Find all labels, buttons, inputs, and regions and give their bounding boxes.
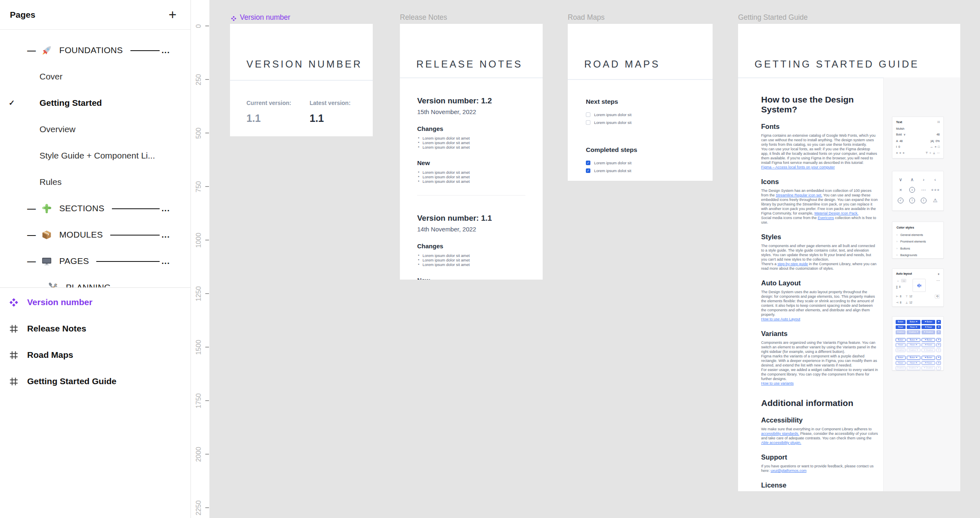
- frame-version-number[interactable]: VERSION NUMBER Current version: 1.1 Late…: [230, 24, 373, 136]
- checklist-item-label: Lorem ipsum dolor sit: [594, 112, 632, 117]
- layer-item-version-number[interactable]: Version number: [0, 289, 190, 315]
- text-link[interactable]: Able accessibility plugin.: [761, 441, 801, 445]
- variant-row: HoverHover ⚑⚑ Hover⚑: [896, 343, 940, 347]
- color-style-label: Buttons: [900, 247, 910, 250]
- variant-button: ⚑ Disabled: [922, 366, 935, 370]
- bullet-item: Lorem ipsum dolor sit amet: [417, 145, 525, 149]
- text-panel-cell: ⊤ ÷ ⊥ ⋯: [925, 152, 940, 155]
- frame-road-maps[interactable]: ROAD MAPS Next stepsLorem ipsum dolor si…: [568, 24, 713, 181]
- current-version-label: Current version:: [246, 100, 310, 106]
- sidebar-item-rules[interactable]: Rules: [0, 169, 190, 195]
- variant-row: DisabledDisabled ⚑⚑ Disabled⚑: [896, 330, 940, 334]
- section-divider-line: [118, 287, 160, 288]
- section-heading-fonts: Fonts: [761, 123, 882, 131]
- checkbox-checked[interactable]: ✓: [586, 168, 590, 173]
- frame-label-road-maps[interactable]: Road Maps: [568, 13, 605, 22]
- paragraph: If you have questions or want to provide…: [761, 464, 878, 473]
- text-panel-title: Text: [896, 120, 902, 124]
- tools-icon: [48, 282, 58, 288]
- text-link[interactable]: Material Design Icon Pack.: [814, 211, 858, 215]
- sidebar-item-label: MODULES: [59, 230, 103, 240]
- checkbox[interactable]: [586, 112, 590, 117]
- text-panel-row: ≡ ≡ ≡⊤ ÷ ⊥ ⋯: [896, 152, 940, 155]
- frame-label-getting-started-guide[interactable]: Getting Started Guide: [738, 13, 808, 22]
- frame-label-release-notes[interactable]: Release Notes: [400, 13, 447, 22]
- checkbox-checked[interactable]: ✓: [586, 161, 590, 165]
- layers-list: Version numberRelease NotesRoad MapsGett…: [0, 289, 190, 394]
- frame-release-notes[interactable]: RELEASE NOTES Version number: 1.215th No…: [400, 24, 543, 280]
- sidebar-item-cover[interactable]: Cover: [0, 63, 190, 90]
- color-style-label: Backgrounds: [900, 254, 917, 257]
- frame-label-version-number[interactable]: Version number: [231, 13, 290, 22]
- bullet-item: Lorem ipsum dolor sit amet: [417, 140, 525, 145]
- variant-row: ButtonButton ⚑⚑ Button⚑: [896, 338, 940, 342]
- variant-button: ⚑: [936, 343, 941, 347]
- glyph-icon: +: [909, 187, 915, 193]
- spacing-value: ][ 8: [896, 285, 910, 288]
- text-link[interactable]: Figma – Access local fonts on your compu…: [761, 165, 835, 169]
- text-link[interactable]: Evericons: [818, 216, 834, 220]
- ruler-label: 1250: [195, 286, 202, 302]
- variant-button: Hover ⚑: [907, 361, 920, 365]
- sidebar-item-planning[interactable]: -----PLANNING...: [0, 274, 190, 288]
- section-heading-auto-layout: Auto Layout: [761, 279, 882, 287]
- paragraph: Social media icons come from the Everico…: [761, 216, 878, 225]
- layer-item-road-maps[interactable]: Road Maps: [0, 342, 190, 368]
- text-link[interactable]: Streamline Regular icon set.: [776, 193, 822, 197]
- checkbox[interactable]: [586, 120, 590, 125]
- overflow-menu-icon: ⋯: [936, 279, 940, 292]
- bullet-item: Lorem ipsum dolor sit amet: [417, 179, 525, 184]
- ruler-label: 500: [195, 125, 202, 142]
- text-link[interactable]: step-by-step guide: [778, 262, 808, 266]
- roadmap-group-title: Completed steps: [586, 146, 694, 154]
- release-group-title: Changes: [417, 125, 525, 132]
- sidebar-item-getting-started[interactable]: ✓Getting Started: [0, 90, 190, 116]
- bullet-item: Lorem ipsum dolor sit amet: [417, 170, 525, 175]
- text-link[interactable]: How to use Auto Layout: [761, 317, 800, 321]
- layer-item-label: Getting Started Guide: [27, 376, 116, 386]
- variant-group: ButtonButton ⚑⚑ Button⚑HoverHover ⚑⚑ Hov…: [896, 338, 940, 352]
- sidebar-item-overview[interactable]: Overview: [0, 116, 190, 142]
- variant-row: DisabledDisabled ⚑⚑ Disabled⚑: [896, 366, 940, 370]
- sidebar-item-label: SECTIONS: [59, 203, 105, 213]
- component-icon: [231, 15, 237, 21]
- ruler-tick: [205, 507, 209, 508]
- frame-header: ROAD MAPS: [568, 24, 713, 80]
- icons-grid: ∨∧›‹×+⋯∘∘∘✓!i⚠: [895, 175, 941, 203]
- section-prefix: -----: [27, 282, 42, 288]
- sidebar-item-pages[interactable]: —PAGES...: [0, 248, 190, 274]
- auto-layout-left: ↓→][ 8: [896, 279, 910, 292]
- text-link[interactable]: accessibility standards.: [761, 432, 799, 436]
- pages-panel-title: Pages: [10, 10, 35, 20]
- layer-item-getting-started-guide[interactable]: Getting Started Guide: [0, 368, 190, 394]
- canvas-ruler: 0250500750100012501500175020002250: [191, 0, 209, 518]
- variant-button: Disabled ⚑: [907, 330, 920, 334]
- sidebar-item-modules[interactable]: —MODULES...: [0, 222, 190, 248]
- sidebar-item-label: Rules: [39, 177, 62, 187]
- text-panel-row: Bold ∨48: [896, 133, 940, 136]
- ruler-label: 250: [195, 72, 202, 88]
- variants-preview-panel: ButtonButton ⚑⚑ Button⚑HoverHover ⚑⚑ Hov…: [892, 316, 944, 371]
- sidebar-item-foundations[interactable]: —FOUNDATIONS...: [0, 37, 190, 63]
- release-version-heading: Version number: 1.2: [417, 96, 525, 105]
- frame-header: GETTING STARTED GUIDE: [738, 24, 960, 78]
- sidebar-item-sections[interactable]: —SECTIONS...: [0, 195, 190, 222]
- variant-button: ⚑: [936, 366, 941, 370]
- layer-item-release-notes[interactable]: Release Notes: [0, 315, 190, 342]
- canvas[interactable]: Version number Release Notes Road Maps G…: [209, 0, 980, 518]
- text-link[interactable]: How to use variants: [761, 381, 794, 385]
- add-page-button[interactable]: +: [169, 8, 176, 21]
- plus-icon: +: [938, 272, 940, 276]
- direction-down-icon: ↓: [896, 279, 900, 282]
- text-link[interactable]: uxui@platformos.com: [771, 469, 806, 473]
- version-columns: Current version: 1.1 Latest version: 1.1: [230, 100, 373, 124]
- paragraph: How to use variants: [761, 381, 878, 386]
- sidebar-item-style-guide-component-li[interactable]: Style Guide + Component Li...: [0, 142, 190, 169]
- frame-title: GETTING STARTED GUIDE: [755, 58, 960, 70]
- color-style-label: General elements: [900, 233, 923, 236]
- bullet-item: Lorem ipsum dolor sit amet: [417, 136, 525, 140]
- frame-getting-started-guide[interactable]: GETTING STARTED GUIDE How to use the Des…: [738, 24, 960, 491]
- ruler-tick: [205, 133, 209, 133]
- variant-button: ⚑ Disabled: [922, 330, 935, 334]
- section-heading-styles: Styles: [761, 233, 882, 241]
